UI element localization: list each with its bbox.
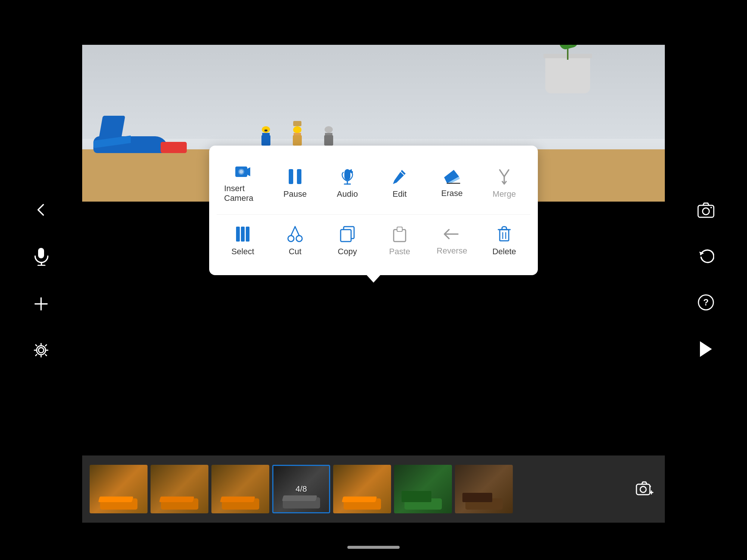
paste-label: Paste [389, 247, 410, 256]
merge-button[interactable]: Merge [482, 165, 527, 203]
copy-label: Copy [338, 247, 357, 256]
reverse-icon [444, 227, 460, 242]
timeline-thumb-6[interactable] [394, 465, 452, 513]
svg-rect-30 [246, 227, 249, 242]
svg-rect-28 [236, 227, 240, 242]
cut-button[interactable]: Cut [273, 222, 317, 260]
copy-button[interactable]: Copy [325, 222, 370, 260]
svg-point-46 [650, 486, 651, 487]
edit-icon [392, 168, 407, 185]
add-button[interactable] [33, 296, 49, 312]
pause-label: Pause [283, 189, 307, 199]
timeline-thumb-3[interactable] [211, 465, 269, 513]
svg-point-45 [640, 486, 646, 492]
svg-rect-17 [289, 169, 293, 184]
svg-rect-29 [241, 227, 245, 242]
svg-marker-14 [247, 167, 250, 176]
svg-line-25 [500, 170, 504, 177]
svg-point-16 [239, 170, 243, 174]
svg-rect-41 [500, 230, 509, 241]
svg-rect-36 [341, 230, 351, 242]
select-button[interactable]: Select [220, 222, 265, 260]
back-button[interactable] [33, 202, 49, 218]
insert-camera-label: Insert Camera [224, 184, 261, 203]
help-button[interactable]: ? [698, 294, 714, 311]
paste-button[interactable]: Paste [377, 222, 422, 260]
audio-label: Audio [337, 189, 358, 199]
svg-line-34 [295, 227, 299, 236]
settings-button[interactable] [33, 342, 49, 358]
reverse-label: Reverse [437, 246, 467, 256]
timeline-thumb-7[interactable] [455, 465, 513, 513]
svg-rect-39 [397, 227, 402, 231]
undo-button[interactable] [698, 248, 714, 264]
pause-button[interactable]: Pause [273, 165, 317, 203]
svg-line-26 [504, 170, 509, 177]
merge-label: Merge [493, 189, 516, 199]
timeline-thumb-4-label: 4/8 [295, 484, 307, 494]
svg-point-9 [710, 207, 712, 208]
erase-icon [443, 169, 461, 184]
copy-icon [340, 226, 355, 242]
timeline-add-camera-button[interactable] [632, 477, 657, 501]
svg-point-21 [347, 172, 349, 175]
home-indicator [347, 546, 400, 549]
right-sidebar: ? [665, 0, 747, 560]
svg-rect-44 [636, 484, 650, 495]
mic-button[interactable] [34, 248, 49, 266]
timeline-thumb-2[interactable] [151, 465, 208, 513]
timeline-thumb-5[interactable] [333, 465, 391, 513]
svg-rect-0 [38, 248, 44, 258]
main-area: Insert Camera Pause [82, 0, 665, 560]
audio-icon [341, 168, 354, 185]
paste-icon [392, 226, 407, 242]
timeline-thumb-1[interactable] [90, 465, 148, 513]
select-label: Select [231, 247, 254, 256]
reverse-button[interactable]: Reverse [430, 223, 474, 259]
svg-point-8 [703, 208, 709, 215]
menu-row-2: Select Cut [217, 218, 530, 264]
delete-icon [498, 226, 511, 242]
svg-point-5 [38, 348, 44, 353]
svg-point-22 [351, 171, 353, 173]
menu-row-1: Insert Camera Pause [217, 157, 530, 215]
timeline-thumb-4[interactable]: 4/8 [272, 465, 330, 513]
svg-text:?: ? [703, 297, 709, 307]
erase-button[interactable]: Erase [430, 165, 474, 202]
select-icon [235, 226, 250, 242]
edit-button[interactable]: Edit [377, 165, 422, 203]
insert-camera-button[interactable]: Insert Camera [220, 161, 265, 207]
audio-button[interactable]: Audio [325, 165, 370, 203]
delete-label: Delete [492, 247, 516, 256]
screenshot-button[interactable] [697, 202, 715, 218]
left-sidebar [0, 0, 82, 560]
edit-label: Edit [393, 189, 407, 199]
svg-line-33 [291, 227, 295, 236]
pause-icon [288, 168, 302, 185]
svg-point-32 [296, 236, 302, 242]
timeline-strip: 4/8 [82, 455, 665, 523]
svg-marker-12 [700, 341, 712, 357]
delete-button[interactable]: Delete [482, 222, 527, 260]
cut-label: Cut [289, 247, 301, 256]
merge-icon [497, 168, 512, 185]
play-button[interactable] [698, 340, 713, 358]
cut-icon [287, 226, 303, 242]
erase-label: Erase [441, 189, 462, 198]
svg-rect-18 [297, 169, 301, 184]
svg-point-31 [288, 236, 294, 242]
context-menu: Insert Camera Pause [209, 146, 538, 275]
insert-camera-icon [235, 164, 251, 179]
